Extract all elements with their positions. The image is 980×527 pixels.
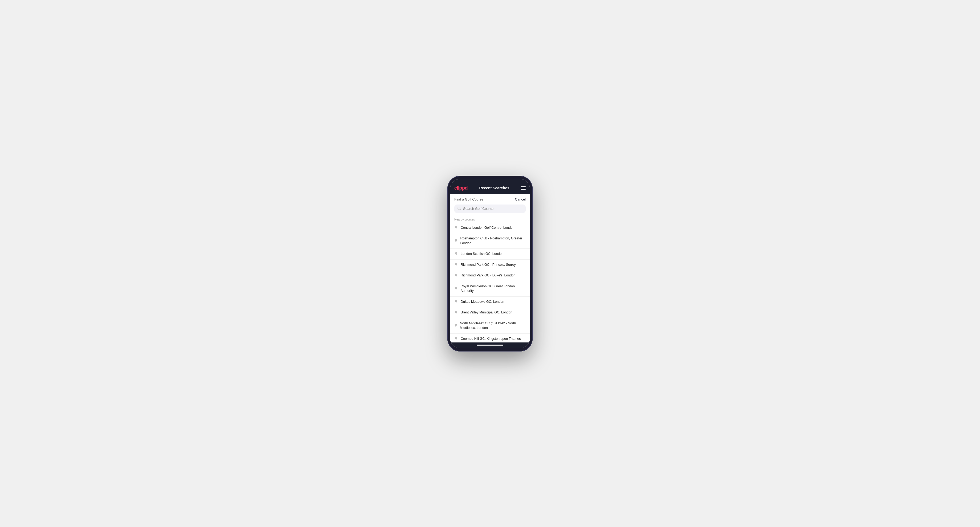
course-list-item[interactable]: Richmond Park GC - Prince's, Surrey bbox=[450, 260, 530, 271]
course-list-item[interactable]: North Middlesex GC (1011942 - North Midd… bbox=[450, 318, 530, 334]
search-box bbox=[454, 205, 526, 213]
location-pin-icon bbox=[454, 274, 458, 278]
course-name: North Middlesex GC (1011942 - North Midd… bbox=[460, 321, 526, 330]
course-name: Roehampton Club - Roehampton, Greater Lo… bbox=[460, 236, 526, 246]
course-list-item[interactable]: Brent Valley Municipal GC, London bbox=[450, 307, 530, 318]
location-pin-icon bbox=[454, 239, 458, 243]
course-name: Richmond Park GC - Duke's, London bbox=[461, 273, 515, 278]
nearby-label: Nearby courses bbox=[450, 216, 530, 222]
nearby-section: Nearby courses Central London Golf Centr… bbox=[450, 216, 530, 343]
course-list-item[interactable]: Richmond Park GC - Duke's, London bbox=[450, 270, 530, 281]
course-name: Coombe Hill GC, Kingston upon Thames bbox=[461, 337, 521, 341]
location-pin-icon bbox=[454, 263, 458, 267]
course-list-item[interactable]: Central London Golf Centre, London bbox=[450, 222, 530, 233]
top-nav: clippd Recent Searches bbox=[450, 183, 530, 194]
nav-title: Recent Searches bbox=[479, 186, 509, 190]
search-input[interactable] bbox=[463, 206, 522, 211]
course-name: London Scottish GC, London bbox=[461, 252, 504, 256]
find-title: Find a Golf Course bbox=[454, 197, 483, 201]
cancel-button[interactable]: Cancel bbox=[515, 197, 526, 201]
course-list-item[interactable]: Dukes Meadows GC, London bbox=[450, 297, 530, 308]
search-container bbox=[450, 203, 530, 216]
status-bar bbox=[450, 179, 530, 183]
home-indicator bbox=[450, 343, 530, 348]
phone-screen: clippd Recent Searches Find a Golf Cours… bbox=[450, 179, 530, 348]
home-bar bbox=[477, 344, 503, 346]
course-name: Royal Wimbledon GC, Great London Authori… bbox=[460, 284, 526, 294]
location-pin-icon bbox=[454, 226, 458, 230]
course-name: Dukes Meadows GC, London bbox=[461, 300, 504, 305]
location-pin-icon bbox=[454, 337, 458, 341]
content-area: Find a Golf Course Cancel Nearby bbox=[450, 194, 530, 343]
location-pin-icon bbox=[454, 300, 458, 303]
location-pin-icon bbox=[454, 324, 457, 327]
course-list-item[interactable]: London Scottish GC, London bbox=[450, 249, 530, 260]
course-list: Central London Golf Centre, LondonRoeham… bbox=[450, 222, 530, 343]
course-list-item[interactable]: Coombe Hill GC, Kingston upon Thames bbox=[450, 334, 530, 343]
find-header: Find a Golf Course Cancel bbox=[450, 194, 530, 203]
app-logo: clippd bbox=[454, 185, 468, 191]
location-pin-icon bbox=[454, 287, 458, 290]
course-list-item[interactable]: Roehampton Club - Roehampton, Greater Lo… bbox=[450, 233, 530, 249]
course-list-item[interactable]: Royal Wimbledon GC, Great London Authori… bbox=[450, 281, 530, 297]
course-name: Richmond Park GC - Prince's, Surrey bbox=[461, 263, 516, 267]
course-name: Brent Valley Municipal GC, London bbox=[461, 310, 512, 315]
phone-device: clippd Recent Searches Find a Golf Cours… bbox=[447, 176, 533, 351]
location-pin-icon bbox=[454, 311, 458, 314]
search-icon bbox=[458, 206, 461, 211]
hamburger-menu-icon[interactable] bbox=[521, 186, 526, 190]
svg-line-1 bbox=[460, 209, 461, 210]
course-name: Central London Golf Centre, London bbox=[461, 225, 514, 230]
location-pin-icon bbox=[454, 252, 458, 256]
